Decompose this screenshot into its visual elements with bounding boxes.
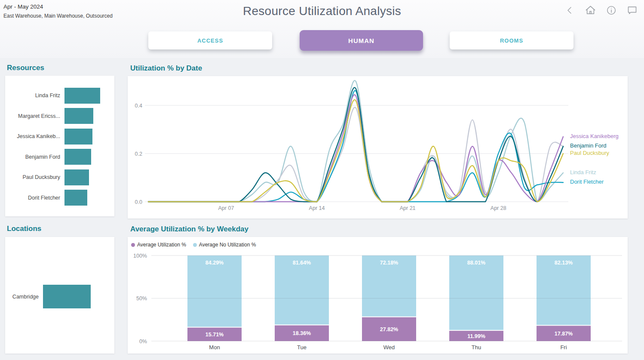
x-axis-label: Thu <box>472 344 481 351</box>
tab-human[interactable]: HUMAN <box>300 30 423 51</box>
slicer-bar <box>64 169 89 185</box>
legend-item-average-no-utilization: Average No Utilization % <box>193 242 256 248</box>
y-axis-label: 0.0 <box>135 199 142 205</box>
resource-item[interactable]: Dorit Fletcher <box>5 188 87 207</box>
bar-value-label: 17.87% <box>555 331 573 337</box>
series-label-linda-fritz: Linda Fritz <box>570 169 596 175</box>
line-series-linda-fritz[interactable] <box>148 80 563 202</box>
series-label-jessica-kanikeberg: Jessica Kanikeberg <box>570 133 619 139</box>
x-axis-label: Tue <box>297 344 307 351</box>
x-axis-label: Wed <box>383 344 395 351</box>
bar-value-label: 84.29% <box>205 260 224 266</box>
x-axis-label: Apr 07 <box>218 205 234 211</box>
x-axis-label: Apr 14 <box>309 205 325 211</box>
bar-value-label: 88.01% <box>467 260 485 266</box>
legend-label: Average No Utilization % <box>199 242 256 248</box>
slicer-category-label: Margaret Ericss... <box>5 113 64 119</box>
line-chart-title: Utilization % by Date <box>130 64 202 73</box>
series-label-benjamin-ford: Benjamin Ford <box>570 142 607 149</box>
x-axis-label: Fri <box>560 344 567 351</box>
utilization-by-date-chart[interactable]: 0.00.20.4Apr 07Apr 14Apr 21Apr 28 Linda … <box>128 76 628 218</box>
locations-panel-title: Locations <box>7 225 41 233</box>
bar-value-label: 82.13% <box>555 260 573 266</box>
avg-utilization-by-weekday-chart[interactable]: Average Utilization %Average No Utilizat… <box>128 237 628 354</box>
legend-dot <box>131 243 135 247</box>
y-axis-label: 0.4 <box>135 103 142 109</box>
resource-item[interactable]: Margaret Ericss... <box>5 107 93 126</box>
y-axis-label: 100% <box>133 253 147 259</box>
location-item[interactable]: Cambridge <box>5 285 91 308</box>
home-icon[interactable] <box>585 4 596 16</box>
series-label-paul-ducksbury: Paul Ducksbury <box>570 150 609 156</box>
info-icon[interactable] <box>606 5 617 16</box>
y-axis-label: 0% <box>139 338 147 345</box>
series-label-dorit-fletcher: Dorit Fletcher <box>570 178 604 185</box>
tab-access[interactable]: ACCESS <box>148 31 272 49</box>
slicer-category-label: Benjamin Ford <box>5 154 64 160</box>
nav-icon-bar <box>565 4 638 16</box>
slicer-category-label: Cambridge <box>5 294 43 300</box>
slicer-bar <box>43 285 91 308</box>
page-title: Resource Utilization Analysis <box>0 4 644 18</box>
slicer-bar <box>64 108 93 124</box>
bar-thu-no-utilization[interactable] <box>449 255 503 330</box>
line-series-paul-ducksbury[interactable] <box>148 100 563 202</box>
slicer-bar <box>64 129 92 145</box>
weekday-chart-plot[interactable]: 0%50%100%15.71%84.29%Mon18.36%81.64%Tue2… <box>128 237 628 354</box>
slicer-category-label: Linda Fritz <box>5 92 64 98</box>
resource-item[interactable]: Linda Fritz <box>5 86 100 105</box>
bar-value-label: 11.99% <box>467 333 485 339</box>
slicer-bar <box>64 149 91 165</box>
bar-value-label: 81.64% <box>293 260 311 266</box>
slicer-category-label: Jessica Kanikeb... <box>5 133 64 139</box>
legend-item-average-utilization: Average Utilization % <box>131 242 186 248</box>
resource-item[interactable]: Paul Ducksbury <box>5 168 89 187</box>
dashboard-page: Apr - May 2024 East Warehouse, Main Ware… <box>0 0 644 360</box>
x-axis-label: Apr 21 <box>400 205 416 211</box>
y-axis-label: 50% <box>136 295 147 302</box>
comment-icon[interactable] <box>626 4 638 16</box>
line-chart-plot[interactable]: 0.00.20.4Apr 07Apr 14Apr 21Apr 28 <box>128 76 628 218</box>
resource-item[interactable]: Benjamin Ford <box>5 148 91 166</box>
line-series-benjamin-ford[interactable] <box>148 88 563 202</box>
bar-mon-no-utilization[interactable] <box>187 255 242 327</box>
legend-dot <box>193 243 197 247</box>
bar-fri-no-utilization[interactable] <box>537 255 591 325</box>
slicer-category-label: Paul Ducksbury <box>5 174 64 180</box>
x-axis-label: Apr 28 <box>491 205 506 211</box>
slicer-bar <box>64 190 87 206</box>
bar-value-label: 72.18% <box>380 260 398 266</box>
bar-value-label: 15.71% <box>205 332 224 338</box>
y-axis-label: 0.2 <box>135 151 142 157</box>
slicer-bar <box>64 88 100 104</box>
slicer-category-label: Dorit Fletcher <box>5 195 64 201</box>
resources-panel-title: Resources <box>7 64 44 72</box>
bar-value-label: 27.82% <box>380 326 398 332</box>
resource-item[interactable]: Jessica Kanikeb... <box>5 127 92 146</box>
locations-slicer: Cambridge <box>5 237 114 354</box>
weekday-chart-legend: Average Utilization %Average No Utilizat… <box>131 242 256 248</box>
bar-tue-no-utilization[interactable] <box>275 255 329 324</box>
tab-rooms[interactable]: ROOMS <box>450 31 573 49</box>
resources-slicer: Linda FritzMargaret Ericss...Jessica Kan… <box>5 76 114 216</box>
legend-label: Average Utilization % <box>137 242 186 248</box>
bar-value-label: 18.36% <box>293 330 311 336</box>
back-icon[interactable] <box>565 5 575 16</box>
x-axis-label: Mon <box>209 344 220 351</box>
weekday-chart-title: Average Utilization % by Weekday <box>130 225 248 234</box>
